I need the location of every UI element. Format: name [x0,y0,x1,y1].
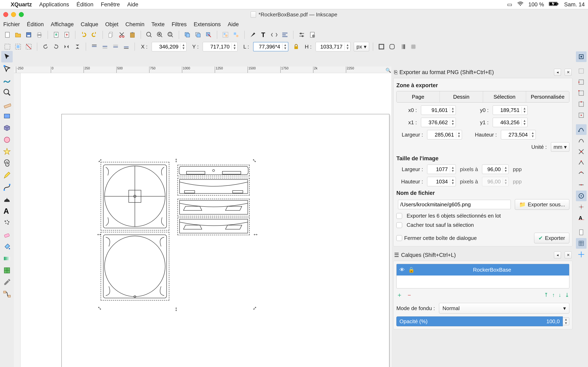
flip-horizontal-button[interactable] [62,42,71,51]
rotate-cw-button[interactable] [52,42,61,51]
fill-stroke-dialog-button[interactable] [248,30,257,39]
eraser-tool[interactable] [1,229,13,241]
node-tool[interactable] [1,63,13,74]
blend-mode-selector[interactable]: Normal▾ [439,303,569,314]
tab-drawing[interactable]: Dessin [440,91,483,102]
layers-close-button[interactable]: ✕ [565,251,572,259]
ellipse-tool[interactable] [1,134,13,146]
document-properties-button[interactable] [308,30,317,39]
zoom-fit-drawing-button[interactable] [155,30,164,39]
open-button[interactable] [14,30,23,39]
mac-menu-edition[interactable]: Édition [77,1,94,8]
height-export-input[interactable]: ▲▼ [501,130,536,139]
layer-up-button[interactable]: ↑ [552,292,555,298]
tab-page[interactable]: Page [397,91,440,102]
layer-bottom-button[interactable]: ⤓ [565,292,569,298]
xml-editor-button[interactable] [270,30,279,39]
snap-bbox-button[interactable] [576,66,587,76]
menu-extensions[interactable]: Extensions [194,21,221,28]
panel-minimize-button[interactable]: ◂ [554,69,561,76]
x-input[interactable]: ▲▼ [152,42,187,51]
snap-cusp-button[interactable] [576,157,587,168]
menu-calque[interactable]: Calque [81,21,98,28]
menu-objet[interactable]: Objet [105,21,119,28]
bezier-tool[interactable] [1,182,13,193]
print-button[interactable] [35,30,44,39]
ungroup-button[interactable] [232,30,241,39]
connector-tool[interactable] [1,288,13,300]
mac-app-name[interactable]: XQuartz [11,1,32,8]
transform-corners-button[interactable] [388,42,397,51]
image-width-input[interactable]: ▲▼ [427,165,456,174]
clock[interactable]: Sam. 14 [564,1,585,8]
layer-down-button[interactable]: ↓ [559,292,561,298]
export-button[interactable]: ✔Exporter [534,233,569,243]
drawing-circle-cross[interactable] [102,163,168,230]
y-input[interactable]: ▲▼ [203,42,238,51]
ruler-vertical[interactable] [14,73,20,367]
paint-bucket-tool[interactable] [1,241,13,252]
snap-grid-button[interactable] [576,238,587,249]
filename-input[interactable] [398,200,511,209]
eye-icon[interactable]: 👁 [399,267,405,273]
layer-name[interactable]: RockerBoxBase [418,267,566,273]
mac-menu-fenetre[interactable]: Fenêtre [101,1,120,8]
ruler-horizontal[interactable]: -250 0 250 500 750 1000 1250 1500 1750 2… [14,67,391,73]
paste-button[interactable] [128,30,137,39]
drawing-side-c[interactable] [178,199,249,216]
lock-icon[interactable]: 🔒 [408,267,415,273]
mesh-tool[interactable] [1,265,13,276]
layers-list[interactable]: 👁 🔒 RockerBoxBase [396,264,569,288]
drawing-side-b[interactable] [178,178,249,195]
close-dialog-checkbox[interactable] [396,235,402,241]
text-dialog-button[interactable]: T [259,30,268,39]
dropper-tool[interactable] [1,276,13,288]
save-button[interactable] [24,30,33,39]
snap-smooth-button[interactable] [576,168,587,179]
measure-tool[interactable] [1,99,13,110]
3dbox-tool[interactable] [1,122,13,134]
y0-input[interactable]: ▲▼ [493,105,527,115]
layer-top-button[interactable]: ⤒ [544,292,548,298]
transform-stroke-button[interactable] [377,42,386,51]
new-document-button[interactable] [3,30,12,39]
menu-edition[interactable]: Édition [27,21,44,28]
minimize-window-button[interactable] [11,12,16,17]
transform-pattern-button[interactable] [409,42,418,51]
rect-tool[interactable] [1,110,13,122]
menu-aide[interactable]: Aide [228,21,239,28]
width-export-input[interactable]: ▲▼ [427,130,462,139]
drawing-side-d[interactable] [178,218,249,235]
group-button[interactable] [221,30,230,39]
snap-guide-button[interactable] [576,249,587,260]
lower-bottom-button[interactable] [122,42,131,51]
snap-node-button[interactable] [576,124,587,135]
align-dialog-button[interactable] [280,30,289,39]
lower-button[interactable] [111,42,120,51]
batch-checkbox[interactable] [396,213,402,219]
spray-tool[interactable] [1,217,13,229]
tab-selection[interactable]: Sélection [483,91,526,102]
undo-button[interactable] [79,30,88,39]
x1-input[interactable]: ▲▼ [421,118,456,127]
snap-bbox-midpoint-button[interactable] [576,99,587,109]
snap-bbox-corner-button[interactable] [576,88,587,99]
export-unit-selector[interactable]: mm▾ [551,142,569,152]
tweak-tool[interactable] [1,75,13,86]
snap-intersection-button[interactable] [576,146,587,157]
snap-rotation-center-button[interactable] [576,202,587,212]
deselect-button[interactable] [24,42,33,51]
layer-row[interactable]: 👁 🔒 RockerBoxBase [397,264,569,275]
duplicate-button[interactable] [183,30,192,39]
zoom-tool[interactable] [1,87,13,98]
opacity-spinner[interactable]: ▲▼ [563,317,569,325]
mac-menu-aide[interactable]: Aide [127,1,138,8]
opacity-slider[interactable]: Opacité (%) 100,0 [396,317,563,326]
snap-path-button[interactable] [576,135,587,146]
drawing-circle-open[interactable] [102,233,168,300]
raise-button[interactable] [100,42,109,51]
gradient-tool[interactable] [1,253,13,264]
menu-chemin[interactable]: Chemin [125,21,145,28]
star-tool[interactable] [1,146,13,157]
width-input[interactable]: ▲▼ [253,42,288,51]
